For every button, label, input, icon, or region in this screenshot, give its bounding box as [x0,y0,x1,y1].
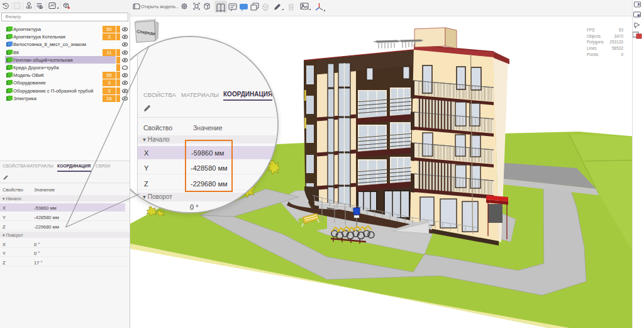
svg-text:Открыть модель...: Открыть модель... [141,4,179,9]
